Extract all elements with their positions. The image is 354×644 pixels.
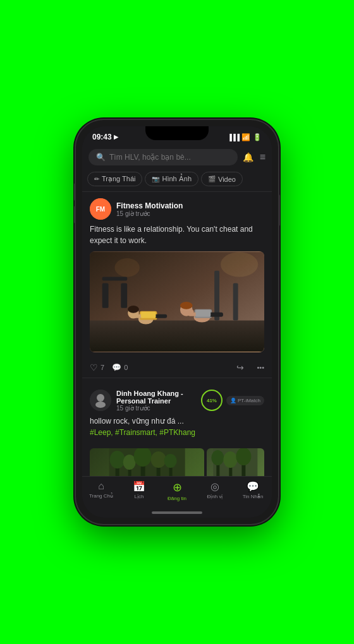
match-percent: 41% [207,398,217,403]
svg-rect-15 [141,312,156,318]
post2-time: 15 giờ trước [116,405,196,412]
tab-trang-thai-label: Trạng Thái [102,175,135,183]
nav-dang-tin[interactable]: ⊕ Đăng tin [158,480,196,501]
svg-point-14 [128,306,139,313]
post1-image [90,251,264,352]
post2-header: Dinh Hoang Khang - Personal Trainer 15 g… [82,383,272,415]
pt-icon: 👤 [230,398,236,403]
search-input[interactable] [109,153,230,162]
nav-dinh-vi[interactable]: ◎ Định vị [196,480,234,501]
notification-icon[interactable]: 🔔 [243,152,253,162]
post2-meta: Dinh Hoang Khang - Personal Trainer 15 g… [116,390,196,412]
edit-icon: ✏ [94,176,99,182]
battery-icon: 🔋 [253,133,262,141]
svg-point-47 [236,448,252,465]
like-button[interactable]: ♡ 7 [90,362,104,373]
post-icon: ⊕ [173,480,182,494]
nav-trang-chu[interactable]: ⌂ Trang Chủ [82,480,120,501]
post2-image-2 [207,448,264,476]
svg-rect-6 [102,277,127,281]
search-input-wrap[interactable]: 🔍 [88,149,238,165]
video-icon: 🎬 [208,176,216,182]
post1-header: FM Fitness Motivation 15 giờ trước [82,192,272,224]
nav-dinh-vi-label: Định vị [207,494,223,499]
search-icon: 🔍 [96,153,106,162]
phone-screen: 09:43 ▶ ▐▐▐ 📶 🔋 🔍 🔔 ≡ [82,126,272,518]
tab-trang-thai[interactable]: ✏ Trạng Thái [87,172,142,186]
signal-icon: ▐▐▐ [228,134,239,141]
search-bar: 🔍 🔔 ≡ [82,145,272,169]
more-button[interactable]: ••• [257,364,264,371]
status-icons: ▐▐▐ 📶 🔋 [228,133,262,141]
phone-frame: 09:43 ▶ ▐▐▐ 📶 🔋 🔍 🔔 ≡ [76,120,278,524]
svg-rect-12 [155,314,168,318]
tab-video[interactable]: 🎬 Video [201,172,243,186]
bottom-nav: ⌂ Trang Chủ 📅 Lịch ⊕ Đăng tin ◎ Định vị … [82,476,272,509]
home-indicator [82,509,272,518]
home-icon: ⌂ [98,480,104,492]
svg-point-43 [212,450,224,465]
comment-button[interactable]: 💬 0 [112,363,128,372]
post-card-2: Dinh Hoang Khang - Personal Trainer 15 g… [82,383,272,476]
pt-label: PT-iMatch [238,398,260,403]
svg-point-25 [114,258,139,277]
wifi-icon: 📶 [241,133,250,141]
post1-avatar[interactable]: FM [90,198,111,220]
comment-count: 0 [124,364,128,371]
search-actions: 🔔 ≡ [243,152,266,163]
menu-icon[interactable]: ≡ [260,152,266,163]
status-time: 09:43 ▶ [92,133,118,141]
pt-badge: 👤 PT-iMatch [226,396,264,405]
svg-point-33 [123,455,136,470]
tab-hinh-anh-label: Hình Ảnh [162,175,192,183]
feed: FM Fitness Motivation 15 giờ trước Fitne… [82,192,272,476]
post1-actions: ♡ 7 💬 0 ↪ ••• [82,357,272,378]
svg-rect-22 [196,310,211,317]
nav-tin-nhan[interactable]: 💬 Tin Nhắn [234,480,272,501]
svg-point-23 [188,309,194,314]
svg-rect-19 [209,313,223,317]
post2-image-1 [90,448,204,476]
post1-meta: Fitness Motivation 15 giờ trước [116,201,264,217]
app-content: 🔍 🔔 ≡ ✏ Trạng Thái 📷 Hình Ảnh [82,145,272,476]
svg-point-21 [180,302,193,309]
svg-rect-7 [102,283,109,307]
home-bar [152,511,202,514]
svg-point-28 [95,402,106,408]
svg-text:FM: FM [96,206,105,213]
post2-images [82,448,272,476]
post2-avatar[interactable] [90,390,111,411]
location-icon: ▶ [114,134,118,140]
nav-tin-nhan-label: Tin Nhắn [243,494,264,499]
nav-trang-chu-label: Trang Chủ [89,493,113,499]
svg-point-37 [151,451,166,468]
badge-wrap: 41% 👤 PT-iMatch [201,390,264,411]
post2-body: hollow rock, vững như đá ... #Leep, #Tra… [82,415,272,448]
post-tabs: ✏ Trạng Thái 📷 Hình Ảnh 🎬 Video [82,169,272,192]
share-button[interactable]: ↪ [236,362,244,373]
post1-author: Fitness Motivation [116,201,264,210]
post1-body: Fitness is like a relationship. You can'… [82,224,272,357]
svg-point-39 [164,454,177,468]
message-icon: 💬 [247,480,259,492]
post-card-1: FM Fitness Motivation 15 giờ trước Fitne… [82,192,272,378]
tab-hinh-anh[interactable]: 📷 Hình Ảnh [145,172,198,186]
share-icon: ↪ [236,362,244,373]
nav-lich[interactable]: 📅 Lịch [120,480,158,501]
post1-time: 15 giờ trước [116,210,264,217]
like-icon: ♡ [90,362,98,373]
like-count: 7 [101,364,104,371]
svg-point-31 [110,451,125,468]
svg-rect-5 [233,283,238,320]
svg-rect-3 [90,321,264,352]
svg-point-27 [97,394,104,402]
nav-dang-tin-label: Đăng tin [168,496,186,501]
nav-lich-label: Lịch [135,494,144,499]
post2-text: hollow rock, vững như đá ... #Leep, #Tra… [90,415,264,438]
notch [145,126,209,140]
tab-video-label: Video [218,176,236,183]
more-icon: ••• [257,364,264,371]
svg-rect-8 [121,283,127,307]
svg-point-24 [221,252,258,277]
match-badge: 41% [201,390,223,411]
